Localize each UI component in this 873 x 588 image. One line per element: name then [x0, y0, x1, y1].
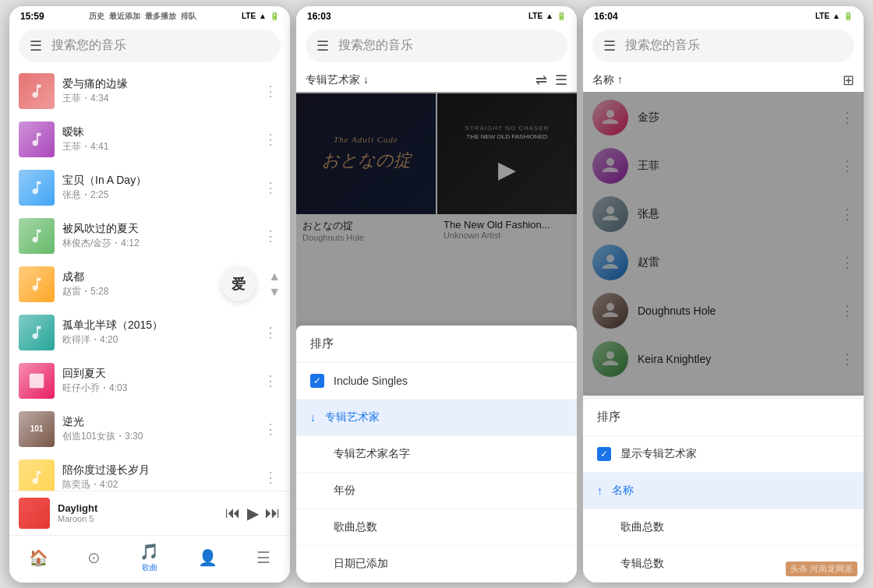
song-more-2[interactable]: ⋮ [260, 128, 281, 151]
album-artist-name-label: 专辑艺术家名字 [334, 447, 410, 461]
love-bubble: 爱 [221, 267, 256, 301]
song-more-8[interactable]: ⋮ [260, 417, 281, 441]
sort-dropdown-3: 排序 ✓ 显示专辑艺术家 ↑ 名称 歌曲总数 专辑总数 [583, 399, 864, 583]
now-playing-bar: Daylight Maroon 5 ⏮ ▶ ⏭ [9, 491, 290, 535]
song-item-9[interactable]: 陪你度过漫长岁月 陈奕迅・4:02 ⋮ [9, 453, 290, 491]
song-meta-8: 创造101女孩・3:30 [62, 430, 253, 443]
song-info-4: 被风吹过的夏天 林俊杰/金莎・4:12 [62, 222, 253, 250]
song-thumb-9 [19, 459, 55, 491]
song-meta-2: 王菲・4:41 [62, 140, 253, 153]
play-button[interactable]: ▶ [247, 504, 259, 523]
song-thumb-4 [19, 218, 55, 254]
song-more-7[interactable]: ⋮ [260, 369, 281, 393]
song-item-5[interactable]: 成都 赵雷・5:28 爱 ▲ ▼ [9, 260, 290, 308]
dropdown-header-2: 排序 [296, 326, 577, 363]
song-more-6[interactable]: ⋮ [260, 321, 281, 344]
sort-up-icon: ↑ [597, 484, 603, 497]
dropdown-show-album-artist[interactable]: ✓ 显示专辑艺术家 [583, 436, 864, 473]
search-bar-3[interactable]: ☰ 搜索您的音乐 [592, 30, 854, 62]
search-bar-2[interactable]: ☰ 搜索您的音乐 [306, 30, 567, 62]
song-item-7[interactable]: 回到夏天 旺仔小乔・4:03 ⋮ [9, 357, 290, 405]
nav-home[interactable]: 🏠 [29, 548, 48, 567]
album-toolbar-icons: ⇌ ☰ [535, 72, 567, 89]
song-item-8[interactable]: 101 逆光 创造101女孩・3:30 ⋮ [9, 405, 290, 453]
dropdown-song-total[interactable]: 歌曲总数 [583, 509, 864, 546]
song-info-1: 爱与痛的边缘 王菲・4:34 [62, 77, 253, 105]
song-item-3[interactable]: 宝贝（In A Day） 张悬・2:25 ⋮ [9, 164, 290, 212]
status-icons-2: LTE ▲ 🔋 [528, 12, 566, 20]
now-playing-title: Daylight [58, 502, 217, 514]
grid-icon[interactable]: ⊞ [843, 72, 854, 89]
hamburger-icon-2[interactable]: ☰ [316, 37, 329, 55]
song-title-9: 陪你度过漫长岁月 [62, 463, 253, 477]
hamburger-icon-3[interactable]: ☰ [603, 37, 616, 55]
song-list: 爱与痛的边缘 王菲・4:34 ⋮ 暧昧 王菲・4:41 ⋮ 宝贝（In A Da… [9, 67, 290, 491]
song-meta-3: 张悬・2:25 [62, 188, 253, 202]
song-meta-6: 欧得洋・4:20 [62, 333, 253, 347]
song-item-2[interactable]: 暧昧 王菲・4:41 ⋮ [9, 115, 290, 164]
queue-tab[interactable]: 排队 [181, 11, 196, 22]
now-playing-info: Daylight Maroon 5 [58, 502, 217, 523]
signal-icon-3: ▲ [832, 12, 840, 20]
battery-icon: 🔋 [270, 12, 279, 20]
dim-overlay-3 [583, 92, 864, 396]
hamburger-icon-1[interactable]: ☰ [30, 37, 42, 55]
history-tab[interactable]: 历史 [89, 11, 104, 22]
list-icon[interactable]: ☰ [555, 72, 567, 89]
include-singles-label: Include Singles [334, 375, 408, 387]
nav-discover[interactable]: ⊙ [87, 548, 101, 567]
artist-toolbar: 名称 ↑ ⊞ [583, 67, 864, 93]
search-bar-1[interactable]: ☰ 搜索您的音乐 [19, 30, 281, 62]
song-title-7: 回到夏天 [62, 367, 253, 381]
song-more-9[interactable]: ⋮ [260, 466, 281, 489]
song-item-4[interactable]: 被风吹过的夏天 林俊杰/金莎・4:12 ⋮ [9, 212, 290, 260]
battery-icon-3: 🔋 [843, 12, 853, 20]
status-bar-1: 15:59 历史 最近添加 最多播放 排队 LTE ▲ 🔋 [9, 6, 290, 25]
dropdown-include-singles[interactable]: ✓ Include Singles [296, 363, 577, 400]
dropdown-album-artist-name[interactable]: 专辑艺术家名字 [296, 436, 577, 473]
prev-button[interactable]: ⏮ [225, 504, 241, 522]
song-meta-1: 王菲・4:34 [62, 92, 253, 105]
search-placeholder-3: 搜索您的音乐 [625, 37, 843, 54]
sort-label-3[interactable]: 名称 ↑ [592, 73, 836, 87]
status-icons-3: LTE ▲ 🔋 [815, 12, 853, 20]
date-added-label: 日期已添加 [334, 557, 388, 571]
song-total-label: 歌曲总数 [620, 520, 664, 534]
shuffle-icon[interactable]: ⇌ [535, 72, 547, 89]
song-thumb-7 [19, 363, 55, 399]
nav-artist[interactable]: 👤 [198, 548, 217, 567]
menu-icon: ☰ [256, 548, 270, 567]
dropdown-album-artist[interactable]: ↓ 专辑艺术家 [296, 400, 577, 436]
phone-2: 16:03 LTE ▲ 🔋 ☰ 搜索您的音乐 专辑艺术家 ↓ ⇌ ☰ The A… [296, 6, 577, 583]
next-button[interactable]: ⏭ [265, 504, 281, 522]
now-playing-thumb [19, 498, 50, 529]
recent-tab[interactable]: 最近添加 [109, 11, 140, 22]
song-info-9: 陪你度过漫长岁月 陈奕迅・4:02 [62, 463, 253, 491]
song-thumb-3 [19, 170, 55, 206]
song-more-4[interactable]: ⋮ [260, 224, 281, 248]
song-more-1[interactable]: ⋮ [260, 79, 281, 103]
discover-icon: ⊙ [87, 548, 101, 567]
dropdown-name-sort[interactable]: ↑ 名称 [583, 473, 864, 509]
status-bar-2: 16:03 LTE ▲ 🔋 [296, 6, 577, 25]
song-item-1[interactable]: 爱与痛的边缘 王菲・4:34 ⋮ [9, 67, 290, 115]
sort-label-2[interactable]: 专辑艺术家 ↓ [306, 73, 529, 87]
song-meta-4: 林俊杰/金莎・4:12 [62, 237, 253, 250]
most-played-tab[interactable]: 最多播放 [145, 11, 176, 22]
nav-songs[interactable]: 🎵 歌曲 [140, 542, 159, 573]
battery-icon-2: 🔋 [557, 12, 566, 20]
song-title-2: 暧昧 [62, 125, 253, 139]
phone-3: 16:04 LTE ▲ 🔋 ☰ 搜索您的音乐 名称 ↑ ⊞ 金莎 ⋮ 王菲 ⋮ [583, 6, 864, 583]
song-more-3[interactable]: ⋮ [260, 176, 281, 199]
album-toolbar: 专辑艺术家 ↓ ⇌ ☰ [296, 67, 577, 93]
dropdown-year[interactable]: 年份 [296, 473, 577, 509]
nav-menu[interactable]: ☰ [256, 548, 270, 567]
time-2: 16:03 [307, 11, 331, 22]
dropdown-date-added[interactable]: 日期已添加 [296, 546, 577, 583]
song-thumb-2 [19, 121, 55, 157]
artist-icon: 👤 [198, 548, 217, 567]
signal-icon: ▲ [259, 12, 267, 20]
song-title-8: 逆光 [62, 415, 253, 429]
song-item-6[interactable]: 孤单北半球（2015） 欧得洋・4:20 ⋮ [9, 308, 290, 357]
dropdown-song-count[interactable]: 歌曲总数 [296, 509, 577, 546]
